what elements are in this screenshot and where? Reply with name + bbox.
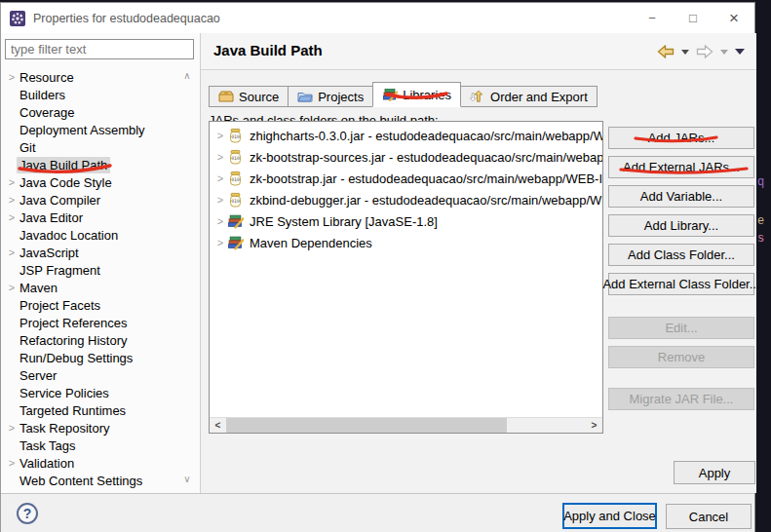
tree-expander-icon[interactable]: >	[1, 423, 17, 434]
sidebar-tree-item[interactable]: > Maven	[1, 279, 178, 296]
sidebar-tree-item[interactable]: > Validation	[1, 454, 178, 472]
tab-label: Projects	[318, 90, 364, 104]
apply-button[interactable]: Apply	[674, 461, 755, 484]
tab-projects[interactable]: Projects	[288, 86, 373, 107]
tree-item-label: Deployment Assembly	[17, 122, 148, 138]
back-history-dropdown-icon[interactable]	[681, 50, 689, 55]
properties-dialog: Properties for estudodeadequacao − □ × ∧…	[0, 2, 755, 532]
add-variable-button[interactable]: Add Variable...	[608, 185, 754, 208]
sidebar-tree-item[interactable]: > Java Editor	[1, 209, 178, 226]
maximize-icon[interactable]: □	[673, 3, 713, 33]
minimize-icon[interactable]: −	[632, 3, 673, 33]
bottom-bar: ? Apply and Close Cancel	[1, 493, 754, 532]
remove-button: Remove	[608, 346, 754, 368]
add-class-folder-button[interactable]: Add Class Folder...	[608, 244, 754, 266]
filter-input[interactable]	[5, 39, 194, 59]
tree-item-label: Run/Debug Settings	[17, 350, 135, 366]
tree-expander-icon[interactable]: >	[1, 247, 17, 258]
help-icon[interactable]: ?	[17, 503, 38, 524]
list-expander-icon[interactable]: >	[210, 152, 227, 163]
scrollbar-thumb[interactable]	[226, 418, 507, 433]
build-path-entry[interactable]: > 010 zhighcharts-0.3.0.jar - estudodead…	[210, 125, 602, 146]
forward-arrow-icon[interactable]	[696, 45, 713, 58]
jar-icon: 010	[227, 171, 244, 186]
scroll-up-icon[interactable]: ∧	[179, 70, 195, 81]
tree-item-label: Git	[17, 139, 39, 156]
sidebar-tree-item[interactable]: Project References	[1, 314, 178, 331]
page-header: Java Build Path	[201, 33, 756, 70]
apply-and-close-button[interactable]: Apply and Close	[562, 503, 657, 529]
build-path-entry[interactable]: > 010 zk-bootstrap-sources.jar - estudod…	[210, 146, 602, 168]
scroll-right-icon[interactable]: >	[586, 420, 602, 431]
sidebar-tree-item[interactable]: Targeted Runtimes	[1, 401, 178, 419]
tab-source[interactable]: Source	[209, 86, 289, 107]
tree-item-label: Coverage	[17, 104, 77, 121]
sidebar-tree-item[interactable]: Git	[1, 138, 178, 156]
sidebar-tree-item[interactable]: > JavaScript	[1, 244, 178, 261]
sidebar-tree-item[interactable]: Run/Debug Settings	[1, 349, 178, 366]
libraries-books-icon	[382, 88, 398, 101]
sidebar-tree-item[interactable]: Java Build Path	[1, 156, 178, 173]
tree-expander-icon[interactable]: >	[1, 283, 17, 293]
library-icon	[227, 235, 244, 250]
horizontal-scrollbar[interactable]: < >	[210, 417, 602, 433]
tree-item-label: Validation	[17, 455, 77, 472]
sidebar-tree-item[interactable]: Server	[1, 366, 178, 384]
sidebar-tree-item[interactable]: > Task Repository	[1, 419, 178, 437]
forward-history-dropdown-icon[interactable]	[720, 50, 728, 55]
tree-item-label: Java Compiler	[17, 192, 103, 209]
tree-expander-icon[interactable]: >	[1, 177, 17, 188]
sidebar-tree-item[interactable]: Project Facets	[1, 296, 178, 314]
tab-order-and-export[interactable]: Order and Export	[460, 86, 598, 107]
sidebar-tree-item[interactable]: Task Tags	[1, 437, 178, 454]
close-icon[interactable]: ×	[713, 3, 754, 33]
build-path-list[interactable]: > 010 zhighcharts-0.3.0.jar - estudodead…	[209, 121, 603, 434]
tree-expander-icon[interactable]: >	[1, 195, 17, 206]
scroll-left-icon[interactable]: <	[210, 420, 226, 431]
back-arrow-icon[interactable]	[657, 45, 675, 58]
sidebar-tree-item[interactable]: Service Policies	[1, 384, 178, 401]
tab-label: Source	[239, 90, 279, 104]
list-expander-icon[interactable]: >	[210, 216, 227, 227]
cancel-button[interactable]: Cancel	[666, 504, 752, 529]
titlebar[interactable]: Properties for estudodeadequacao − □ ×	[1, 3, 754, 33]
build-path-entry[interactable]: > 010 zkbind-debugger.jar - estudodeadeq…	[210, 189, 602, 210]
sidebar-tree-item[interactable]: Refactoring History	[1, 331, 178, 349]
build-path-entry-label: Maven Dependencies	[250, 236, 372, 250]
sidebar-tree-item[interactable]: Web Content Settings	[1, 472, 178, 489]
list-expander-icon[interactable]: >	[210, 173, 227, 184]
sidebar-tree-item[interactable]: Deployment Assembly	[1, 121, 178, 138]
tree-expander-icon[interactable]: >	[1, 458, 17, 469]
tree-item-label: Java Code Style	[17, 174, 115, 191]
list-expander-icon[interactable]: >	[210, 195, 227, 206]
sidebar-tree-item[interactable]: > Java Compiler	[1, 191, 178, 209]
edit-button: Edit...	[608, 317, 754, 339]
sidebar-tree-item[interactable]: Coverage	[1, 103, 178, 121]
tree-item-label: Targeted Runtimes	[17, 402, 129, 419]
sidebar-tree-item[interactable]: Javadoc Location	[1, 226, 178, 244]
sidebar-tree-item[interactable]: Builders	[1, 86, 178, 103]
view-menu-icon[interactable]	[735, 49, 745, 55]
actions-column: Add JARs... Add External JARs... Add Var…	[608, 127, 754, 410]
tree-item-label: Maven	[17, 280, 60, 296]
add-external-class-folder-button[interactable]: Add External Class Folder...	[608, 273, 754, 295]
add-library-button[interactable]: Add Library...	[608, 214, 754, 237]
list-expander-icon[interactable]: >	[210, 131, 227, 141]
build-path-entry[interactable]: > 010 zk-bootstrap.jar - estudodeadequac…	[210, 168, 602, 189]
tree-expander-icon[interactable]: >	[1, 212, 17, 223]
sidebar-tree-item[interactable]: JSP Fragment	[1, 261, 178, 279]
scrollbar-track[interactable]	[226, 418, 586, 433]
tree-item-label: Javadoc Location	[17, 227, 121, 244]
sidebar-tree-item[interactable]: > Resource	[1, 68, 178, 86]
tree-expander-icon[interactable]: >	[1, 72, 17, 83]
build-path-entry-label: zk-bootstrap-sources.jar - estudodeadequ…	[250, 150, 602, 165]
tab-libraries[interactable]: Libraries	[372, 82, 461, 107]
list-expander-icon[interactable]: >	[210, 238, 227, 248]
scroll-down-icon[interactable]: ∨	[179, 474, 195, 484]
add-jars-button[interactable]: Add JARs...	[608, 127, 754, 149]
add-external-jars-button[interactable]: Add External JARs...	[608, 156, 754, 178]
sidebar-tree-item[interactable]: > Java Code Style	[1, 173, 178, 191]
build-path-entry[interactable]: > JRE System Library [JavaSE-1.8]	[210, 210, 602, 232]
build-path-entry-label: zhighcharts-0.3.0.jar - estudodeadequaca…	[250, 129, 602, 143]
build-path-entry[interactable]: > Maven Dependencies	[210, 232, 602, 253]
